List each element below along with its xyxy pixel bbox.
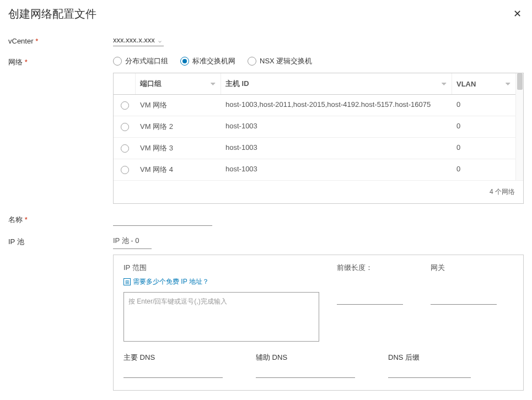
dns-suffix-input[interactable] bbox=[388, 366, 471, 378]
secondary-dns-label: 辅助 DNS bbox=[256, 353, 355, 363]
row-radio[interactable] bbox=[121, 101, 129, 110]
filter-icon[interactable]: ⏷ bbox=[210, 80, 216, 87]
cell-host-id: host-1003,host-2011,host-2015,host-4192.… bbox=[221, 95, 452, 116]
radio-standard[interactable]: 标准交换机网 bbox=[180, 56, 235, 66]
filter-icon[interactable]: ⏷ bbox=[441, 80, 447, 87]
chevron-down-icon: ⌵ bbox=[158, 37, 162, 44]
ip-pool-label: IP 池 bbox=[8, 236, 113, 247]
row-radio[interactable] bbox=[121, 166, 129, 174]
table-footer: 4 个网络 bbox=[114, 180, 523, 203]
ip-range-label: IP 范围 bbox=[123, 263, 320, 273]
ip-range-input[interactable] bbox=[123, 292, 319, 342]
ip-pool-title: IP 池 - 0 bbox=[113, 236, 152, 249]
gateway-label: 网关 bbox=[431, 263, 513, 273]
dialog-title: 创建网络配置文件 bbox=[8, 7, 96, 21]
calculator-icon: ⊞ bbox=[123, 278, 131, 285]
prefix-label: 前缀长度： bbox=[337, 263, 414, 273]
table-row[interactable]: VM 网络 3host-10030 bbox=[114, 138, 515, 159]
col-port-group[interactable]: 端口组⏷ bbox=[136, 73, 221, 94]
filter-icon[interactable]: ⏷ bbox=[505, 80, 511, 87]
close-icon[interactable]: ✕ bbox=[511, 6, 524, 22]
radio-nsx[interactable]: NSX 逻辑交换机 bbox=[248, 56, 312, 66]
gateway-input[interactable] bbox=[431, 293, 497, 305]
dns-suffix-label: DNS 后缀 bbox=[388, 353, 471, 363]
network-table: 端口组⏷ 主机 ID⏷ VLAN⏷ VM 网络host-1003,host-20… bbox=[113, 73, 524, 204]
primary-dns-label: 主要 DNS bbox=[123, 353, 223, 363]
table-row[interactable]: VM 网络host-1003,host-2011,host-2015,host-… bbox=[114, 95, 515, 116]
cell-port-group: VM 网络 bbox=[136, 95, 221, 116]
cell-port-group: VM 网络 3 bbox=[136, 138, 221, 159]
cell-host-id: host-1003 bbox=[221, 138, 452, 159]
cell-vlan: 0 bbox=[452, 159, 515, 180]
cell-vlan: 0 bbox=[452, 116, 515, 137]
cell-port-group: VM 网络 2 bbox=[136, 116, 221, 137]
network-label: 网络 * bbox=[8, 56, 113, 67]
vcenter-label: vCenter * bbox=[8, 36, 113, 45]
table-row[interactable]: VM 网络 2host-10030 bbox=[114, 116, 515, 138]
row-radio[interactable] bbox=[121, 123, 129, 131]
col-host-id[interactable]: 主机 ID⏷ bbox=[221, 73, 452, 94]
cell-vlan: 0 bbox=[452, 95, 515, 116]
secondary-dns-input[interactable] bbox=[256, 366, 355, 378]
cell-vlan: 0 bbox=[452, 138, 515, 159]
scrollbar[interactable] bbox=[515, 73, 523, 180]
col-vlan[interactable]: VLAN⏷ bbox=[452, 73, 515, 94]
primary-dns-input[interactable] bbox=[123, 366, 223, 378]
radio-distributed[interactable]: 分布式端口组 bbox=[113, 56, 168, 66]
vcenter-select[interactable]: xxx.xxx.x.xxx⌵ bbox=[113, 36, 164, 46]
table-row[interactable]: VM 网络 4host-10030 bbox=[114, 159, 515, 180]
cell-host-id: host-1003 bbox=[221, 116, 452, 137]
cell-port-group: VM 网络 4 bbox=[136, 159, 221, 180]
cell-host-id: host-1003 bbox=[221, 159, 452, 180]
row-radio[interactable] bbox=[121, 144, 129, 153]
name-label: 名称 * bbox=[8, 214, 113, 225]
prefix-input[interactable] bbox=[337, 293, 403, 305]
help-link[interactable]: ⊞ 需要多少个免费 IP 地址？ bbox=[123, 277, 320, 287]
name-input[interactable] bbox=[113, 214, 212, 226]
